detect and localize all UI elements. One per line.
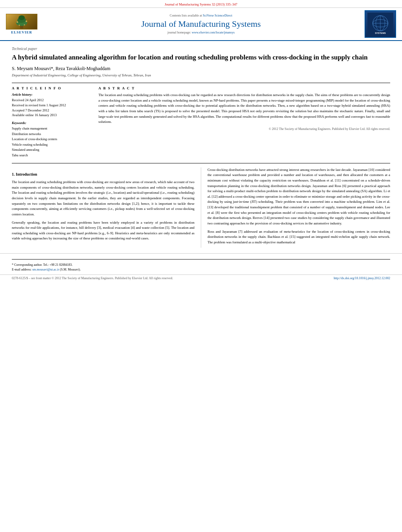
issn-line: 0278-6125/$ – see front matter © 2012 Th… (12, 276, 173, 280)
doi-text: http://dx.doi.org/10.1016/j.jmsy.2012.12… (333, 276, 390, 280)
keyword-2: Distribution networks (12, 132, 91, 137)
accepted-date: Accepted 7 December 2012 (12, 108, 91, 113)
homepage-label: journal homepage: (167, 31, 191, 34)
article-type-label: Technical paper (12, 46, 390, 51)
footnote-email: sm.mousavi@ut.ac.ir (32, 268, 59, 271)
column-separator (201, 167, 201, 248)
abstract-text: The location and routing scheduling prob… (98, 93, 390, 125)
keyword-4: Vehicle routing scheduling (12, 142, 91, 148)
svg-point-4 (17, 21, 18, 23)
keyword-3: Location of cross-docking centers (12, 137, 91, 142)
article-info-box: A R T I C L E I N F O Article history: R… (12, 86, 91, 158)
keyword-6: Tabu search (12, 153, 91, 158)
svg-point-7 (24, 24, 25, 26)
intro-para-1: The location and routing scheduling prob… (12, 180, 195, 217)
article-info-section: A R T I C L E I N F O Article history: R… (12, 86, 390, 158)
abstract-section: A B S T R A C T The location and routing… (98, 86, 390, 158)
intro-heading: 1. Introduction (12, 171, 195, 178)
journal-header: ELSEVIER Contents lists available at Sci… (0, 8, 402, 41)
intro-para-2: Generally speaking, the location and rou… (12, 220, 195, 242)
body-col-right: Cross-docking distribution networks have… (207, 167, 390, 248)
keywords-label: Keywords: (12, 121, 91, 125)
homepage-url[interactable]: www.elsevier.com/locate/jmansys (192, 31, 235, 34)
received-date: Received 24 April 2012 (12, 98, 91, 103)
intro-para-2-text: Generally speaking, the location and rou… (12, 221, 195, 241)
sciverse-link[interactable]: SciVerse ScienceDirect (203, 14, 232, 17)
received-revised-date: Received in revised form 1 August 2012 (12, 103, 91, 108)
svg-point-6 (19, 25, 20, 26)
copyright-line: © 2012 The Society of Manufacturing Engi… (98, 127, 390, 131)
journal-logo-svg: SYSTEMS (367, 13, 394, 35)
affiliation-line: Department of Industrial Engineering, Co… (12, 73, 390, 77)
sciverse-prefix: Contents lists available at (170, 14, 202, 17)
elsevier-logo-container: ELSEVIER (4, 10, 39, 38)
sciverse-link-text: SciVerse ScienceDirect (203, 14, 232, 17)
sciverse-line: Contents lists available at SciVerse Sci… (170, 14, 232, 17)
footnote-email-line: E-mail address: sm.mousavi@ut.ac.ir (S.M… (12, 267, 390, 272)
history-label: Article history: (12, 93, 91, 96)
authors-text: S. Meysam Mousavi*, Reza Tavakkoli-Mogha… (12, 66, 110, 71)
svg-point-3 (19, 15, 25, 20)
elsevier-tree-image (6, 14, 37, 30)
footer-divider (12, 259, 390, 260)
page: Journal of Manufacturing Systems 32 (201… (0, 0, 402, 532)
article-info-heading: A R T I C L E I N F O (12, 86, 91, 90)
main-content: Technical paper A hybrid simulated annea… (0, 41, 402, 253)
keyword-5: Simulated annealing (12, 147, 91, 153)
svg-text:SYSTEMS: SYSTEMS (375, 32, 386, 34)
journal-logo-right-container: SYSTEMS (363, 10, 398, 38)
elsevier-brand-text: ELSEVIER (11, 30, 32, 34)
body-col-left: 1. Introduction The location and routing… (12, 167, 195, 248)
right-para-2: Ross and Jayaraman [7] addressed an eval… (207, 229, 390, 245)
footer-area: * Corresponding author. Tel.: +98 21 820… (0, 253, 402, 274)
elsevier-tree-svg (6, 14, 37, 29)
body-columns: 1. Introduction The location and routing… (12, 167, 390, 248)
doi-link[interactable]: http://dx.doi.org/10.1016/j.jmsy.2012.12… (333, 276, 390, 280)
footnote-email-link[interactable]: sm.mousavi@ut.ac.ir (32, 268, 59, 271)
keywords-section: Keywords: Supply chain management Distri… (12, 121, 91, 158)
journal-title: Journal of Manufacturing Systems (141, 19, 261, 29)
footnote-email-label: E-mail address: (12, 268, 31, 271)
journal-homepage-line: journal homepage: www.elsevier.com/locat… (167, 31, 235, 34)
body-divider (12, 163, 390, 163)
manufacturing-systems-logo: SYSTEMS (365, 10, 396, 38)
journal-reference-bar: Journal of Manufacturing Systems 32 (201… (0, 0, 402, 8)
intro-para-1-text: The location and routing scheduling prob… (12, 180, 195, 216)
footnote-email-name: (S.M. Mousavi). (60, 268, 81, 271)
right-para-1: Cross-docking distribution networks have… (207, 167, 390, 226)
footnote-star-line: * Corresponding author. Tel.: +98 21 820… (12, 263, 390, 267)
footnote-star-text: * Corresponding author. Tel.: +98 21 820… (12, 263, 72, 267)
journal-reference-text: Journal of Manufacturing Systems 32 (201… (165, 2, 237, 6)
journal-header-center: Contents lists available at SciVerse Sci… (43, 10, 359, 38)
article-title: A hybrid simulated annealing algorithm f… (12, 53, 390, 62)
available-online-date: Available online 16 January 2013 (12, 113, 91, 118)
svg-point-5 (26, 20, 27, 22)
keyword-1: Supply chain management (12, 126, 91, 132)
authors-line: S. Meysam Mousavi*, Reza Tavakkoli-Mogha… (12, 66, 390, 72)
header-divider (12, 83, 390, 83)
homepage-url-text: www.elsevier.com/locate/jmansys (192, 31, 235, 34)
page-footer: 0278-6125/$ – see front matter © 2012 Th… (0, 274, 402, 282)
abstract-heading: A B S T R A C T (98, 86, 390, 90)
